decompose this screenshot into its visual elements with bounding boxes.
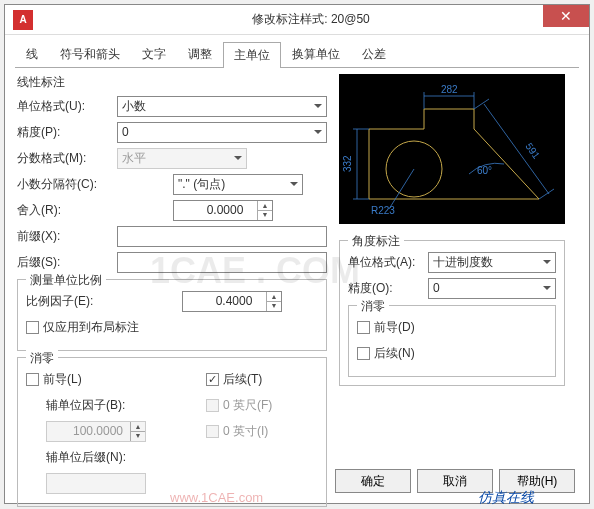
tab-primary-units[interactable]: 主单位 <box>223 42 281 68</box>
dec-sep-label: 小数分隔符(C): <box>17 176 117 193</box>
tab-symbols[interactable]: 符号和箭头 <box>49 41 131 67</box>
precision-label: 精度(P): <box>17 124 117 141</box>
svg-text:591: 591 <box>523 141 542 161</box>
preview-pane: 282 332 591 60° R223 <box>339 74 565 224</box>
layout-only-checkbox[interactable]: 仅应用到布局标注 <box>26 319 139 336</box>
round-spinner[interactable]: 0.0000▲▼ <box>173 200 273 221</box>
svg-line-10 <box>389 169 414 209</box>
trailing-checkbox[interactable]: 后续(T) <box>206 371 262 388</box>
tab-text[interactable]: 文字 <box>131 41 177 67</box>
round-label: 舍入(R): <box>17 202 117 219</box>
help-button[interactable]: 帮助(H) <box>499 469 575 493</box>
unit-format-label: 单位格式(U): <box>17 98 117 115</box>
dialog-window: A 修改标注样式: 20@50 ✕ 线 符号和箭头 文字 调整 主单位 换算单位… <box>4 4 590 504</box>
leading-checkbox[interactable]: 前导(L) <box>26 371 82 388</box>
inch-checkbox: 0 英寸(I) <box>206 423 268 440</box>
tab-lines[interactable]: 线 <box>15 41 49 67</box>
tab-tolerance[interactable]: 公差 <box>351 41 397 67</box>
linear-group-title: 线性标注 <box>17 74 327 91</box>
prefix-input[interactable] <box>117 226 327 247</box>
tab-alternate-units[interactable]: 换算单位 <box>281 41 351 67</box>
cancel-button[interactable]: 取消 <box>417 469 493 493</box>
ang-leading-checkbox[interactable]: 前导(D) <box>357 319 415 336</box>
scale-factor-label: 比例因子(E): <box>26 293 126 310</box>
aux-factor-label: 辅单位因子(B): <box>46 397 136 414</box>
dec-sep-select[interactable]: "." (句点) <box>173 174 303 195</box>
aux-factor-spinner: 100.0000▲▼ <box>46 421 146 442</box>
button-bar: 确定 取消 帮助(H) <box>335 469 575 493</box>
unit-format-select[interactable]: 小数 <box>117 96 327 117</box>
ang-unit-select[interactable]: 十进制度数 <box>428 252 556 273</box>
ok-button[interactable]: 确定 <box>335 469 411 493</box>
ang-precision-label: 精度(O): <box>348 280 428 297</box>
svg-text:60°: 60° <box>477 165 492 176</box>
close-button[interactable]: ✕ <box>543 5 589 27</box>
tab-fit[interactable]: 调整 <box>177 41 223 67</box>
ang-precision-select[interactable]: 0 <box>428 278 556 299</box>
angular-group: 角度标注 单位格式(A): 十进制度数 精度(O): 0 消零 前导(D) 后续… <box>339 240 565 386</box>
app-icon: A <box>13 10 33 30</box>
aux-suffix-label: 辅单位后缀(N): <box>46 449 136 466</box>
scale-group: 测量单位比例 比例因子(E): 0.4000▲▼ 仅应用到布局标注 <box>17 279 327 351</box>
ang-unit-label: 单位格式(A): <box>348 254 428 271</box>
titlebar[interactable]: A 修改标注样式: 20@50 ✕ <box>5 5 589 35</box>
scale-group-title: 测量单位比例 <box>26 272 106 289</box>
ang-zero-group: 消零 前导(D) 后续(N) <box>348 305 556 377</box>
zero-group-title: 消零 <box>26 350 58 367</box>
precision-select[interactable]: 0 <box>117 122 327 143</box>
angular-group-title: 角度标注 <box>348 233 404 250</box>
zero-group: 消零 前导(L) 辅单位因子(B): 100.0000▲▼ 辅单位后缀(N): … <box>17 357 327 507</box>
scale-factor-spinner[interactable]: 0.4000▲▼ <box>182 291 282 312</box>
ang-trailing-checkbox[interactable]: 后续(N) <box>357 345 415 362</box>
svg-text:332: 332 <box>342 155 353 172</box>
tab-bar: 线 符号和箭头 文字 调整 主单位 换算单位 公差 <box>15 41 579 68</box>
fraction-format-select: 水平 <box>117 148 247 169</box>
svg-text:R223: R223 <box>371 205 395 216</box>
suffix-label: 后缀(S): <box>17 254 117 271</box>
aux-suffix-input <box>46 473 146 494</box>
dialog-title: 修改标注样式: 20@50 <box>33 11 589 28</box>
content: 线性标注 单位格式(U): 小数 精度(P): 0 分数格式(M): 水平 小数… <box>5 68 589 507</box>
ang-zero-title: 消零 <box>357 298 389 315</box>
prefix-label: 前缀(X): <box>17 228 117 245</box>
svg-text:282: 282 <box>441 84 458 95</box>
feet-checkbox: 0 英尺(F) <box>206 397 272 414</box>
linear-group: 线性标注 单位格式(U): 小数 精度(P): 0 分数格式(M): 水平 小数… <box>17 74 327 273</box>
fraction-format-label: 分数格式(M): <box>17 150 117 167</box>
suffix-input[interactable] <box>117 252 327 273</box>
